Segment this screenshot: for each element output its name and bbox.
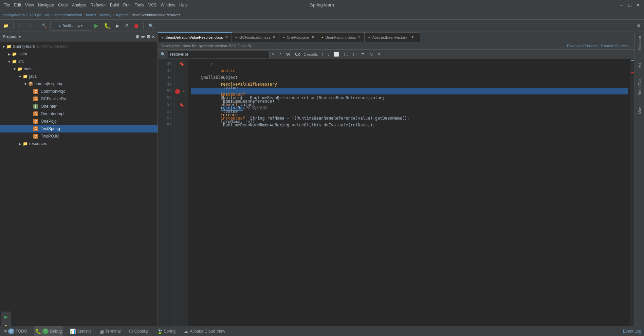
status-codeup[interactable]: ⬡ Codeup: [128, 326, 150, 336]
tree-item-oneinter[interactable]: I OneInter: [0, 103, 158, 110]
search-case-button[interactable]: Cc: [294, 52, 302, 57]
status-terminal[interactable]: ▣ Terminal: [98, 326, 122, 336]
menu-file[interactable]: File: [3, 3, 10, 7]
tab-abstractbeanfactory[interactable]: ● AbstractBeanFactory ▾: [365, 32, 420, 42]
run-config-button[interactable]: ● TestSpring ▾: [50, 21, 91, 31]
menu-refactor[interactable]: Refactor: [91, 3, 106, 7]
search-everywhere-button[interactable]: 🔍: [146, 21, 155, 31]
status-statistic[interactable]: 📊 Statistic: [69, 326, 93, 336]
menu-bar[interactable]: File Edit View Navigate Code Analyze Ref…: [3, 3, 188, 7]
tree-item-commonpojo[interactable]: C CommonPojo: [0, 88, 158, 95]
search-filter-button[interactable]: ▽: [369, 52, 375, 57]
tree-item-testspring[interactable]: C TestSpring: [0, 125, 158, 132]
profiler-button[interactable]: ⏱: [123, 21, 131, 31]
menu-help[interactable]: Help: [179, 3, 188, 7]
navigate-back-button[interactable]: ←: [16, 21, 24, 31]
breakpoint-icon-50[interactable]: ⬤: [175, 88, 180, 94]
tab-more-button[interactable]: ▾: [409, 33, 417, 42]
breadcrumb-beans[interactable]: beans: [86, 13, 96, 17]
tree-item-twopojo[interactable]: C TwoPOJO: [0, 132, 158, 140]
tab-close-button[interactable]: ✕: [358, 35, 361, 39]
tree-item-src[interactable]: ▼ 📁 src: [0, 58, 158, 65]
tree-item-idea[interactable]: ▶ 📁 .idea: [0, 50, 158, 58]
menu-vcs[interactable]: VCS: [148, 3, 157, 7]
tab-beandefinitionvalueresolver[interactable]: ● BeanDefinitionValueResolver.class ✕: [158, 32, 232, 42]
settings-button[interactable]: ⚙: [635, 21, 643, 31]
code-area[interactable]: 46 47 48 49 50 51 52 53 54 55 🔖: [158, 59, 634, 326]
download-sources-link[interactable]: Download Sources: [567, 44, 598, 48]
sidebar-add-button[interactable]: ⊕: [135, 34, 140, 39]
sidebar-collapse-button[interactable]: ×: [152, 34, 155, 39]
sidebar-settings-button[interactable]: ⚙: [146, 34, 151, 39]
search-clear-button[interactable]: ✕: [272, 52, 275, 57]
search-word-button[interactable]: W: [285, 52, 292, 57]
project-view-button[interactable]: 📁: [1, 21, 11, 31]
choose-sources-link[interactable]: Choose Sources...: [601, 44, 632, 48]
debug-button[interactable]: 🐛: [102, 21, 113, 31]
tab-gcfinalizedo[interactable]: ● GCFinalizeDo.java ✕: [232, 32, 279, 42]
status-spring[interactable]: 🍃 Spring: [155, 326, 177, 336]
maximize-button[interactable]: □: [627, 2, 632, 8]
menu-navigate[interactable]: Navigate: [38, 3, 54, 7]
search-format3-button[interactable]: ≡↑: [360, 52, 367, 57]
run-config-label: TestSpring ▾: [62, 23, 83, 28]
search-regex-button[interactable]: .*: [277, 52, 283, 57]
coverage-button[interactable]: ▶: [114, 21, 121, 31]
resume-button[interactable]: ▶: [2, 313, 10, 321]
menu-analyze[interactable]: Analyze: [72, 3, 87, 7]
minimize-button[interactable]: ─: [619, 2, 624, 8]
maven-panel-button[interactable]: Maven: [636, 99, 644, 119]
search-input[interactable]: [168, 51, 270, 58]
status-todo[interactable]: ≡ 6 TODO: [3, 326, 29, 336]
event-log-link[interactable]: Event Log: [623, 329, 641, 334]
search-prev-button[interactable]: ↑: [320, 52, 325, 57]
sidebar-horizontal-split-button[interactable]: ⇔: [141, 34, 145, 39]
tree-item-oneinterimpl[interactable]: C OneInterImpl: [0, 110, 158, 118]
restful-panel-button[interactable]: RestfulTool: [636, 77, 644, 97]
breadcrumb-jar[interactable]: spring-beans-5.3.10.jar: [3, 13, 41, 17]
menu-view[interactable]: View: [25, 3, 34, 7]
editor-scrollbar[interactable]: [630, 59, 634, 326]
menu-run[interactable]: Run: [123, 3, 131, 7]
tab-close-button[interactable]: ✕: [311, 35, 314, 39]
search-close-button[interactable]: ✕: [376, 52, 383, 57]
database-panel-button[interactable]: Database: [636, 33, 644, 54]
tree-item-gcfinalizedo[interactable]: C GCFinalizeDo: [0, 95, 158, 103]
status-debug[interactable]: 🐛 5 Debug: [34, 326, 63, 336]
menu-edit[interactable]: Edit: [14, 3, 21, 7]
breadcrumb-springframework[interactable]: springframework: [54, 13, 82, 17]
tab-close-button[interactable]: ✕: [225, 35, 228, 40]
code-content[interactable]: } @Nullable public Object r: [188, 59, 630, 326]
status-alibaba[interactable]: ☁ Alibaba Cloud View: [182, 326, 226, 336]
menu-window[interactable]: Window: [161, 3, 175, 7]
breadcrumb-class[interactable]: BeanDefinitionValueResolver: [132, 13, 180, 17]
tab-onepojo[interactable]: ● OnePojo.java ✕: [279, 32, 318, 42]
tab-close-button[interactable]: ✕: [273, 35, 276, 39]
search-format2-button[interactable]: T↑: [351, 52, 358, 57]
run-button[interactable]: ▶: [92, 21, 100, 31]
search-expand-button[interactable]: ⬜: [332, 52, 341, 57]
breadcrumb-support[interactable]: support: [115, 13, 128, 17]
sidebar-arrow[interactable]: ▾: [19, 34, 21, 39]
ant-panel-button[interactable]: Ant: [636, 55, 644, 75]
tree-item-java[interactable]: ▼ 📁 java: [0, 73, 158, 80]
breadcrumb-factory[interactable]: factory: [100, 13, 111, 17]
menu-code[interactable]: Code: [58, 3, 68, 7]
breadcrumb-org[interactable]: org: [45, 13, 51, 17]
search-next-button[interactable]: ↓: [326, 52, 331, 57]
search-format-button[interactable]: T↓: [342, 52, 349, 57]
tab-beanfactory[interactable]: ● BeanFactory.class ✕: [318, 32, 365, 42]
tree-item-onepojo[interactable]: C OnePojo: [0, 118, 158, 125]
close-button[interactable]: ✕: [635, 2, 641, 8]
window-controls[interactable]: ─ □ ✕: [619, 2, 641, 8]
tree-item-main[interactable]: ▼ 📁 main: [0, 65, 158, 73]
tree-item-spring-learn[interactable]: ▼ 📁 Spring-learn D:\代码\Spring-learn: [0, 43, 158, 50]
tree-item-resources[interactable]: ▶ 📁 resources: [0, 140, 158, 147]
build-button[interactable]: 🔨: [40, 21, 49, 31]
menu-tools[interactable]: Tools: [135, 3, 144, 7]
menu-build[interactable]: Build: [110, 3, 119, 7]
class-icon: C: [33, 111, 38, 116]
tree-item-package[interactable]: ▼ 📦 com.mjh.spring: [0, 80, 158, 88]
navigate-forward-button[interactable]: →: [26, 21, 34, 31]
stop-button[interactable]: ◼: [132, 21, 141, 31]
